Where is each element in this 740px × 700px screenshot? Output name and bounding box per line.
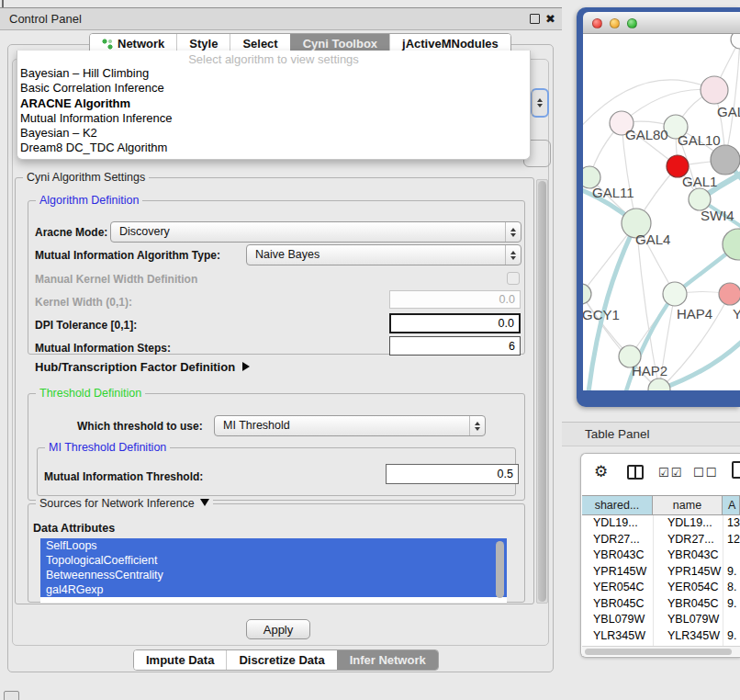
data-attribute-item[interactable]: gal4RGexp [40, 582, 507, 597]
select-all-columns-icon[interactable]: ☑☑ [658, 466, 683, 480]
deselect-all-columns-icon[interactable]: ☐☐ [693, 466, 718, 480]
table-cell: YBR043C [667, 548, 719, 564]
zoom-traffic-light-icon[interactable] [627, 18, 637, 28]
network-node-label: GAL [717, 104, 740, 119]
algorithm-option[interactable]: Dream8 DC_TDC Algorithm [17, 141, 530, 155]
control-panel-titlebar: Control Panel ✖ [0, 7, 562, 30]
table-row[interactable]: YER054CYER054C8. [582, 580, 740, 596]
table-cell: 9. [727, 564, 736, 581]
network-node-label: GAL11 [592, 185, 634, 200]
table-row[interactable]: YBL079WYBL079W [582, 612, 740, 628]
network-node-label: HAP4 [677, 306, 712, 322]
data-attribute-item[interactable]: SelfLoops [40, 538, 507, 553]
dpi-tolerance-label: DPI Tolerance [0,1]: [35, 319, 137, 332]
mi-threshold-input[interactable] [386, 464, 519, 484]
dpi-tolerance-input[interactable] [389, 313, 521, 333]
network-node-label: GAL10 [678, 132, 721, 148]
stepper-icon [505, 245, 521, 265]
document-icon[interactable] [732, 461, 740, 479]
data-attribute-item[interactable]: BetweennessCentrality [40, 568, 507, 582]
group-title: Algorithm Definition [36, 194, 142, 207]
table-row[interactable]: YBR043CYBR043C [582, 548, 740, 564]
dock-window-icon[interactable] [4, 691, 19, 700]
dropdown-placeholder: Select algorithm to view settings [17, 51, 530, 66]
data-attribute-item[interactable]: TopologicalCoefficient [40, 553, 507, 568]
scrollbar-thumb[interactable] [538, 181, 546, 602]
network-node-label: SWI4 [701, 208, 734, 223]
network-window-titlebar[interactable] [583, 12, 740, 34]
split-columns-icon[interactable] [627, 465, 644, 480]
which-threshold-select[interactable]: MI Threshold [214, 415, 486, 436]
table-cell: YLR345W [667, 628, 720, 645]
network-graph: GALGAL80GAL10GAL1GAL11SWI4GAL4HAP4YGCY1H… [583, 34, 740, 390]
algorithm-option[interactable]: Basic Correlation Inference [17, 81, 530, 96]
gear-icon[interactable]: ⚙ [594, 462, 608, 480]
data-attributes-list[interactable]: SelfLoopsTopologicalCoefficientBetweenne… [40, 538, 507, 603]
tab-discretize-data[interactable]: Discretize Data [226, 650, 336, 670]
network-node[interactable] [648, 378, 670, 390]
tab-label: Discretize Data [239, 650, 324, 670]
group-title: Cyni Algorithm Settings [23, 171, 149, 184]
close-traffic-light-icon[interactable] [592, 18, 602, 28]
hidden-combo-fragment [531, 88, 549, 118]
table-body: YDL19...YDL19...13YDR27...YDR27...12YBR0… [582, 515, 740, 649]
algorithm-option[interactable]: Bayesian – Hill Climbing [17, 66, 530, 81]
stepper-icon [505, 222, 521, 242]
list-scrollbar-thumb[interactable] [496, 541, 504, 598]
column-header-shared-name[interactable]: shared... [582, 496, 653, 514]
aracne-mode-label: Aracne Mode: [35, 226, 107, 239]
table-cell: YPR145W [667, 564, 721, 581]
algorithm-option[interactable]: ARACNE Algorithm [17, 96, 530, 111]
close-icon[interactable]: ✖ [545, 11, 555, 28]
table-cell: YBR045C [593, 596, 645, 613]
tab-label: Impute Data [146, 650, 214, 670]
aracne-mode-select[interactable]: Discovery [110, 221, 521, 243]
network-edge [725, 40, 740, 160]
scrollbar-thumb[interactable] [585, 649, 732, 655]
network-node[interactable] [731, 34, 740, 49]
collapsed-arrow-icon [242, 362, 250, 371]
table-horizontal-scrollbar[interactable] [582, 646, 740, 656]
algorithm-dropdown-popup: Select algorithm to view settings Bayesi… [17, 51, 531, 160]
network-tab-icon [102, 39, 113, 50]
table-row[interactable]: YDL19...YDL19...13 [582, 515, 740, 532]
table-row[interactable]: YBR045CYBR045C9. [582, 596, 740, 613]
tab-impute-data[interactable]: Impute Data [134, 650, 226, 670]
group-title: Threshold Definition [36, 387, 145, 400]
algorithm-option[interactable]: Mutual Information Inference [17, 111, 530, 126]
network-node[interactable] [711, 145, 740, 175]
tab-infer-network[interactable]: Infer Network [337, 650, 438, 670]
network-canvas[interactable]: GALGAL80GAL10GAL1GAL11SWI4GAL4HAP4YGCY1H… [583, 34, 740, 390]
table-cell: YDR27... [593, 532, 640, 548]
table-row[interactable]: YDR27...YDR27...12 [582, 532, 740, 548]
mi-algorithm-type-select[interactable]: Naive Bayes [246, 244, 521, 265]
network-node-gcy1[interactable] [583, 284, 591, 304]
table-cell: YDL19... [667, 515, 712, 532]
kernel-width-input[interactable] [389, 290, 521, 309]
table-cell: YER054C [593, 580, 645, 596]
table-cell: YDL19... [593, 515, 638, 532]
sources-group-header[interactable]: Sources for Network Inference [36, 497, 213, 510]
float-window-icon[interactable] [530, 14, 540, 24]
mi-steps-input[interactable] [389, 336, 521, 356]
table-row[interactable]: YLR345WYLR345W9. [582, 628, 740, 645]
table-cell: YLR345W [593, 628, 645, 645]
table-row[interactable]: YPR145WYPR145W9. [582, 564, 740, 581]
hub-section-header[interactable]: Hub/Transcription Factor Definition [35, 360, 250, 374]
manual-kernel-checkbox[interactable] [507, 272, 520, 285]
network-node-y[interactable] [719, 283, 740, 305]
data-attributes-label: Data Attributes [33, 522, 115, 535]
network-node-gal[interactable] [701, 76, 728, 104]
apply-button[interactable]: Apply [246, 619, 310, 639]
settings-scrollbar[interactable] [536, 179, 548, 604]
minimize-traffic-light-icon[interactable] [610, 18, 620, 28]
algorithm-option[interactable]: Bayesian – K2 [17, 126, 530, 141]
column-separator [653, 515, 654, 649]
hub-section-label: Hub/Transcription Factor Definition [35, 360, 235, 374]
table-cell: YBR045C [667, 596, 719, 613]
column-header-name[interactable]: name [653, 496, 723, 514]
network-node-hap4[interactable] [663, 282, 687, 306]
table-cell: 12 [727, 532, 740, 548]
table-header: shared... name A [582, 495, 740, 515]
column-header-partial[interactable]: A [723, 496, 740, 514]
